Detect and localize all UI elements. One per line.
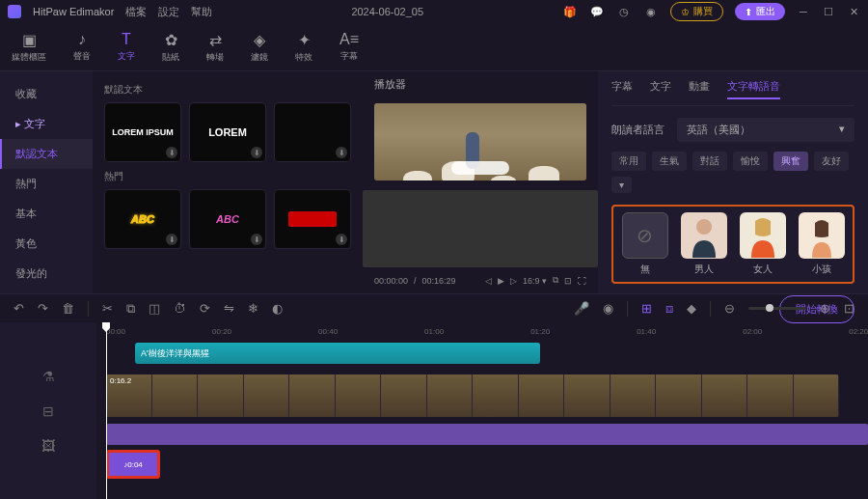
voice-none[interactable]: ⊘無 — [619, 212, 670, 276]
template-abc-pink[interactable]: ABC⬇ — [189, 189, 266, 249]
tool-effect[interactable]: ✦特效 — [295, 31, 312, 64]
template-youtube[interactable]: ⬇ — [274, 189, 351, 249]
tab-tts[interactable]: 文字轉語音 — [727, 79, 780, 99]
voice-man[interactable]: 男人 — [678, 212, 729, 276]
download-icon[interactable]: ⬇ — [251, 147, 262, 158]
gift-icon[interactable]: 🎁 — [562, 4, 578, 19]
preview-title: 播放器 — [363, 71, 598, 97]
template-lorem-ipsum[interactable]: LOREM IPSUM⬇ — [104, 102, 181, 162]
crop-icon[interactable]: ⧉ — [553, 275, 558, 286]
delete-icon[interactable]: 🗑 — [62, 301, 74, 316]
zoom-out-icon[interactable]: ⊖ — [724, 301, 735, 316]
download-icon[interactable]: ⬇ — [166, 234, 177, 245]
tool-media[interactable]: ▣媒體櫃區 — [12, 31, 46, 64]
redo-icon[interactable]: ↷ — [38, 301, 48, 316]
template-blank[interactable]: ⬇ — [274, 102, 351, 162]
clock-icon[interactable]: ◷ — [616, 4, 632, 19]
download-icon[interactable]: ⬇ — [251, 234, 262, 245]
sidebar-favorites[interactable]: 收藏 — [0, 79, 93, 109]
crop-icon[interactable]: ◫ — [149, 301, 160, 316]
upgrade-button[interactable]: ♔購買 — [670, 2, 723, 21]
maximize-icon[interactable]: ☐ — [822, 5, 835, 18]
time-ruler[interactable]: 00:0000:2000:4001:0001:2001:4002:0002:20 — [96, 322, 868, 340]
chip-excited[interactable]: 興奮 — [773, 152, 808, 171]
rotate-icon[interactable]: ⟳ — [200, 301, 210, 316]
sidebar-item-yellow[interactable]: 黃色 — [0, 229, 93, 259]
snap-icon[interactable]: ⊞ — [641, 301, 652, 316]
tool-subtitle[interactable]: A≡字幕 — [339, 31, 359, 63]
sidebar-item-default[interactable]: 默認文本 — [0, 139, 93, 169]
next-frame-icon[interactable]: ▷ — [510, 276, 517, 286]
sidebar-item-glow[interactable]: 發光的 — [0, 259, 93, 289]
fit-icon[interactable]: ⊡ — [844, 301, 854, 316]
cut-icon[interactable]: ✂ — [102, 301, 113, 316]
chip-angry[interactable]: 生氣 — [652, 152, 687, 171]
menu-file[interactable]: 檔案 — [125, 5, 147, 19]
user-icon[interactable]: ◉ — [643, 4, 659, 19]
freeze-icon[interactable]: ❄ — [248, 301, 258, 316]
snapshot-icon[interactable]: ⊡ — [564, 276, 572, 286]
minimize-icon[interactable]: ─ — [797, 5, 810, 18]
menu-help[interactable]: 幫助 — [191, 5, 212, 19]
sidebar-item-basic[interactable]: 基本 — [0, 199, 93, 229]
link-icon[interactable]: ⧈ — [665, 301, 673, 317]
mirror-icon[interactable]: ⇋ — [224, 301, 234, 316]
sidebar-item-popular[interactable]: 熱門 — [0, 169, 93, 199]
sidebar-text-header[interactable]: ▸ 文字 — [0, 109, 93, 139]
audio-clip[interactable] — [106, 424, 868, 445]
aspect-ratio[interactable]: 16:9 ▾ — [523, 276, 547, 286]
track-image-icon[interactable]: 🖾 — [41, 438, 55, 454]
download-icon[interactable]: ⬇ — [166, 147, 177, 158]
template-abc-outline[interactable]: ABC⬇ — [104, 189, 181, 249]
tts-audio-clip[interactable]: ♪ 0:04 — [106, 450, 160, 479]
chip-happy[interactable]: 愉悅 — [733, 152, 768, 171]
download-icon[interactable]: ⬇ — [336, 147, 347, 158]
preview-panel: 播放器 00:00:00/00:16:29 ◁ ▶ ▷ 16:9 ▾ ⧉ ⊡ ⛶ — [363, 71, 598, 293]
tool-audio[interactable]: ♪聲音 — [73, 31, 91, 63]
time-current: 00:00:00 — [374, 276, 408, 286]
chip-friendly[interactable]: 友好 — [814, 152, 849, 171]
prev-frame-icon[interactable]: ◁ — [485, 276, 492, 286]
preview-video[interactable] — [374, 103, 586, 180]
tool-filter[interactable]: ◈濾鏡 — [251, 31, 268, 64]
properties-panel: 字幕 文字 動畫 文字轉語音 朗讀者語言 英語（美國）▾ 常用 生氣 對話 愉悅… — [598, 71, 868, 293]
menu-settings[interactable]: 設定 — [158, 5, 179, 19]
voice-child[interactable]: 小孩 — [796, 212, 847, 276]
track-filter-icon[interactable]: ⚗ — [42, 369, 55, 384]
chat-icon[interactable]: 💬 — [589, 4, 605, 19]
text-clip[interactable]: A' 樹後洋洋與黑猩 — [135, 343, 540, 364]
export-button[interactable]: ⬆匯出 — [735, 3, 785, 20]
tab-text[interactable]: 文字 — [650, 79, 671, 99]
track-lock-icon[interactable]: ⊟ — [42, 403, 54, 419]
download-icon[interactable]: ⬇ — [336, 234, 347, 245]
mask-icon[interactable]: ◐ — [272, 301, 283, 316]
mic-icon[interactable]: 🎤 — [574, 301, 589, 316]
voice-woman[interactable]: 女人 — [737, 212, 788, 276]
chip-dialog[interactable]: 對話 — [692, 152, 727, 171]
copy-icon[interactable]: ⧉ — [126, 301, 135, 317]
chip-more[interactable]: ▾ — [611, 177, 632, 193]
marker-icon[interactable]: ◆ — [687, 301, 696, 316]
template-lorem[interactable]: LOREM⬇ — [189, 102, 266, 162]
chevron-down-icon: ▾ — [839, 123, 845, 137]
chip-common[interactable]: 常用 — [611, 152, 646, 171]
zoom-slider[interactable] — [748, 307, 806, 310]
tab-anim[interactable]: 動畫 — [689, 79, 710, 99]
preview-seek-slider[interactable] — [363, 190, 598, 267]
fullscreen-icon[interactable]: ⛶ — [578, 276, 586, 286]
tool-sticker[interactable]: ✿貼紙 — [162, 31, 179, 64]
video-clip[interactable]: 0:16.2 — [106, 374, 839, 417]
lang-select[interactable]: 英語（美國）▾ — [677, 118, 854, 142]
undo-icon[interactable]: ↶ — [14, 301, 24, 316]
record-icon[interactable]: ◉ — [603, 301, 613, 316]
zoom-in-icon[interactable]: ⊕ — [820, 301, 830, 316]
playhead[interactable] — [106, 322, 107, 499]
speed-icon[interactable]: ⏱ — [174, 301, 186, 316]
close-icon[interactable]: ✕ — [847, 5, 860, 18]
tab-subtitle[interactable]: 字幕 — [611, 79, 633, 99]
tool-text[interactable]: T文字 — [118, 31, 135, 63]
tool-transition[interactable]: ⇄轉場 — [206, 31, 224, 64]
section-default: 默認文本 — [104, 83, 351, 97]
timeline-tracks[interactable]: 00:0000:2000:4001:0001:2001:4002:0002:20… — [96, 322, 868, 499]
play-icon[interactable]: ▶ — [498, 276, 504, 286]
